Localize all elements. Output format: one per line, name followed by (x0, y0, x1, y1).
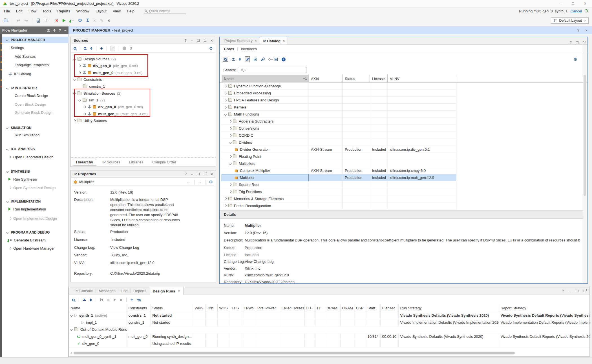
sidebar-item-add-sources[interactable]: Add Sources (15, 54, 36, 59)
help-icon[interactable]: ? (577, 28, 579, 32)
cancel-link[interactable]: Cancel (571, 9, 582, 13)
float-panel-icon[interactable] (204, 39, 206, 42)
tree-row-constrs-1[interactable]: constrs_1 (83, 83, 105, 90)
catalog-row[interactable]: Trig Functions (222, 188, 456, 195)
tree-row-sim-mult-gen-0[interactable]: mult_gen_0(mult_gen_0.xci) (84, 110, 147, 117)
search-icon[interactable] (74, 47, 76, 50)
chevron-right-icon[interactable] (224, 106, 227, 108)
open-project-icon[interactable] (4, 19, 8, 22)
chevron-down-icon[interactable] (78, 99, 81, 101)
column-header-name[interactable]: Name 1 (222, 75, 309, 83)
catalog-row[interactable]: Conversions (222, 125, 456, 132)
search-icon[interactable] (72, 299, 75, 301)
chevron-down-icon[interactable] (73, 92, 76, 95)
chevron-down-icon[interactable] (229, 141, 232, 144)
tab-hierarchy[interactable]: Hierarchy (73, 159, 96, 166)
chevron-right-icon[interactable] (229, 155, 232, 158)
tab-reports[interactable]: Reports (131, 288, 149, 294)
catalog-row-dividers[interactable]: Dividers (222, 139, 456, 146)
quick-access-input[interactable]: Quick Access (144, 8, 186, 14)
tab-project-summary[interactable]: Project Summary× (222, 37, 260, 45)
status-link[interactable]: Production (245, 246, 262, 250)
catalog-row-complex-multiplier[interactable]: Complex MultiplierAXI4-StreamProductionI… (222, 167, 456, 174)
column-header-vlnv[interactable]: VLNV (388, 75, 456, 83)
catalog-row-multipliers[interactable]: Multipliers (222, 160, 456, 167)
tree-row-mult-gen-0[interactable]: mult_gen_0(mult_gen_0.xci) (79, 69, 142, 76)
minimize-icon[interactable]: – (560, 1, 562, 6)
tab-tcl-console[interactable]: Tcl Console (71, 288, 96, 294)
scrollbar-thumb[interactable] (74, 352, 515, 354)
chevron-right-icon[interactable] (224, 99, 227, 101)
add-sources-icon[interactable]: + (100, 46, 103, 51)
layout-selector[interactable]: Default Layout (551, 17, 589, 24)
minimize-panel-icon[interactable]: – (64, 28, 66, 32)
close-icon[interactable]: × (283, 39, 285, 43)
menu-layout[interactable]: Layout (92, 9, 110, 13)
expand-all-icon[interactable] (239, 58, 241, 61)
sidebar-section-ip-integrator[interactable]: IP INTEGRATOR (2, 85, 69, 91)
sidebar-item-language-templates[interactable]: Language Templates (15, 62, 48, 68)
sidebar-item-run-implementation[interactable]: Run Implementation (8, 206, 46, 212)
create-runs-icon[interactable]: + (131, 297, 133, 303)
float-panel-icon[interactable] (204, 173, 206, 175)
subtab-interfaces[interactable]: Interfaces (241, 47, 257, 51)
chevron-right-icon[interactable] (83, 112, 86, 115)
column-header-license[interactable]: License (370, 75, 388, 83)
catalog-row[interactable]: Memories & Storage Elements (222, 195, 456, 202)
close-icon[interactable]: × (584, 1, 586, 6)
sidebar-item-settings[interactable]: Settings (8, 45, 24, 50)
help-icon[interactable]: ? (562, 289, 564, 293)
collapse-all-icon[interactable] (47, 29, 50, 32)
menu-tools[interactable]: Tools (39, 9, 54, 13)
scroll-left-icon[interactable]: ‹ (70, 350, 72, 355)
tree-row-sim-div-gen-0[interactable]: div_gen_0(div_gen_0.xci) (84, 103, 143, 110)
menu-reports[interactable]: Reports (54, 9, 73, 13)
run-row-div-gen-0[interactable]: ✓div_gen_0 Using cached IP results (69, 340, 589, 347)
minimize-panel-icon[interactable]: – (191, 39, 193, 43)
menu-view[interactable]: View (110, 9, 124, 13)
sidebar-item-generate-bitstream[interactable]: Generate Bitstream (8, 237, 46, 243)
tree-row-simulation-sources[interactable]: Simulation Sources(2) (74, 90, 122, 97)
tree-row-design-sources[interactable]: Design Sources(2) (74, 56, 116, 62)
maximize-panel-icon[interactable] (197, 173, 200, 175)
filter-icon[interactable]: # (245, 56, 250, 62)
run-row-ooc-group[interactable]: Out-of-Context Module Runs (69, 326, 589, 333)
catalog-row[interactable]: FPGA Features and Design (222, 97, 456, 104)
chevron-right-icon[interactable] (224, 85, 227, 87)
tab-compile-order[interactable]: Compile Order (149, 159, 179, 165)
discard-icon[interactable]: × (108, 18, 110, 23)
expand-all-icon[interactable] (90, 298, 92, 301)
catalog-row[interactable]: Embedded Processing (222, 90, 456, 97)
sidebar-item-run-simulation[interactable]: Run Simulation (15, 132, 39, 138)
tab-libraries[interactable]: Libraries (126, 159, 146, 165)
catalog-row[interactable]: CORDIC (222, 132, 456, 139)
sidebar-item-create-block-design[interactable]: Create Block Design (15, 93, 48, 98)
delete-icon[interactable]: × (55, 18, 58, 23)
gear-icon[interactable]: ⚙ (574, 57, 577, 61)
chevron-right-icon[interactable] (229, 127, 232, 130)
view-change-log-link[interactable]: View Change Log (110, 245, 139, 250)
save-icon[interactable] (37, 19, 40, 23)
ip-chip-icon[interactable] (275, 58, 278, 61)
sidebar-section-synthesis[interactable]: SYNTHESIS (2, 168, 69, 175)
catalog-row-math-functions[interactable]: Math Functions (222, 111, 456, 118)
chevron-down-icon[interactable] (70, 314, 73, 317)
menu-help[interactable]: Help (124, 9, 138, 13)
chevron-down-icon[interactable] (73, 57, 76, 60)
maximize-panel-icon[interactable] (197, 39, 200, 42)
subtab-cores[interactable]: Cores (224, 47, 234, 51)
close-icon[interactable]: × (255, 39, 257, 43)
tab-ip-sources[interactable]: IP Sources (100, 159, 123, 165)
sidebar-section-program-and-debug[interactable]: PROGRAM AND DEBUG (2, 229, 69, 236)
menu-window[interactable]: Window (73, 9, 92, 13)
chevron-right-icon[interactable] (229, 183, 232, 186)
gear-icon[interactable]: ⚙ (209, 180, 213, 184)
help-icon[interactable]: ? (59, 28, 61, 32)
redo-icon[interactable]: ↪ (25, 18, 28, 23)
catalog-row[interactable]: Partial Reconfiguration (222, 202, 456, 209)
run-row-mult-gen-0-synth-1[interactable]: mult_gen_0_synth_1 mult_gen_0 Running sy… (69, 333, 589, 340)
run-settings-icon[interactable]: % (137, 298, 141, 302)
catalog-row-divider-generator[interactable]: Divider GeneratorAXI4-StreamProductionIn… (222, 146, 456, 153)
tab-messages[interactable]: Messages (96, 288, 118, 294)
maximize-panel-icon[interactable] (576, 290, 578, 292)
